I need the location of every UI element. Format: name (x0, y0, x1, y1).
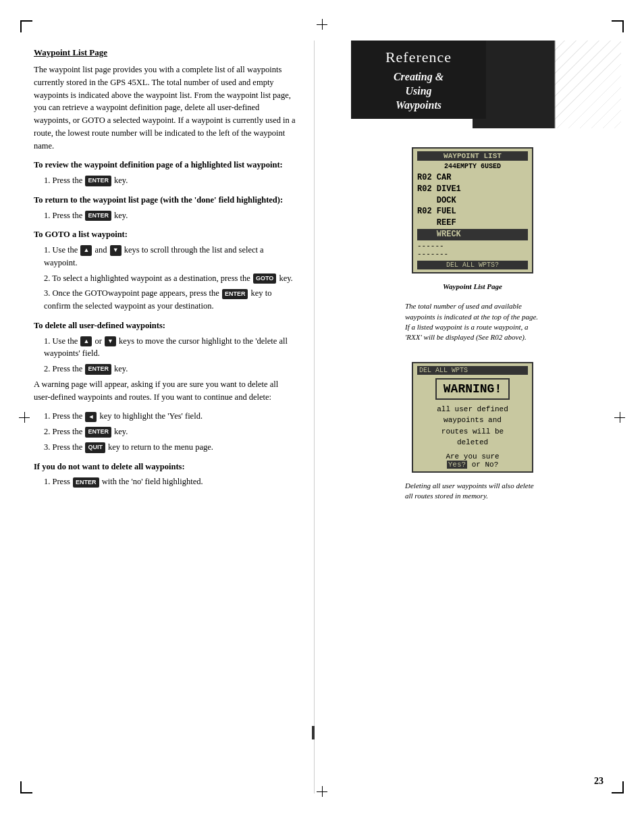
corner-mark-br (612, 781, 624, 793)
gps-separator1: ------ (417, 242, 528, 250)
crosshair-left (19, 412, 30, 423)
corner-mark-bl (20, 781, 32, 793)
instr5-step3: 3. Press the QUIT key to return to the m… (44, 441, 297, 454)
instr6-heading: If you do not want to delete all waypoin… (34, 461, 297, 473)
gps-screen-title: WAYPOINT LIST (417, 151, 528, 161)
enter-key-badge-6: ENTER (73, 477, 99, 488)
left-arrow-badge: ◄ (85, 412, 97, 423)
instr3-heading: To GOTO a list waypoint: (34, 228, 297, 241)
corner-mark-tr (612, 20, 624, 32)
page-number: 23 (594, 776, 603, 787)
warning-screen-container: DEL ALL WPTS WARNING! all user defined w… (324, 357, 621, 509)
enter-key-badge-4: ENTER (85, 364, 111, 375)
instr3-step2: 2. To select a highlighted waypoint as a… (44, 272, 297, 285)
arrow-up-badge-2: ▲ (80, 336, 92, 347)
quit-key-badge: QUIT (85, 442, 105, 453)
gps-line-5: REEF (417, 217, 528, 229)
enter-key-badge-5: ENTER (85, 427, 111, 438)
section-heading: Waypoint List Page (34, 47, 297, 58)
arrow-down-badge-1: ▼ (110, 245, 122, 256)
warning-title-bar: DEL ALL WPTS (417, 366, 528, 375)
instr6-step1: 1. Press ENTER with the 'no' field highl… (44, 475, 297, 488)
reference-title: Reference (361, 49, 476, 66)
instr4-step2: 2. Press the ENTER key. (44, 363, 297, 375)
crosshair-bottom (317, 786, 327, 797)
gps-screen-subtitle: 244EMPTY 6USED (417, 163, 528, 170)
gps-line-2: R02 DIVE1 (417, 184, 528, 195)
instr5-step2: 2. Press the ENTER key. (44, 425, 297, 438)
warning-heading: WARNING! (435, 378, 510, 400)
instr1-step1: 1. Press the ENTER key. (44, 174, 297, 187)
instr3-step3: 3. Once the GOTOwaypoint page appears, p… (44, 287, 297, 313)
enter-key-badge-1: ENTER (85, 176, 111, 186)
center-divider (314, 41, 315, 793)
right-column: Reference Creating & Using Waypoints WAY… (324, 41, 621, 509)
reference-subtitle: Creating & Using Waypoints (361, 70, 476, 112)
enter-key-badge-2: ENTER (85, 211, 111, 221)
instr2-heading: To return to the waypoint list page (wit… (34, 194, 297, 207)
waypoint-screen-caption: Waypoint List Page (443, 282, 502, 292)
goto-key-badge: GOTO (253, 273, 276, 284)
arrow-down-badge-2: ▼ (105, 336, 116, 347)
waypoint-list-screen: WAYPOINT LIST 244EMPTY 6USED R02 CAR R02… (412, 147, 533, 273)
arrow-up-badge-1: ▲ (80, 245, 92, 256)
warning-confirm: Are you sure Yes? or No? (417, 452, 528, 469)
left-column: Waypoint List Page The waypoint list pag… (34, 47, 297, 491)
gps-line-4: R02 FUEL (417, 206, 528, 217)
instr5-step1: 1. Press the ◄ key to highlight the 'Yes… (44, 410, 297, 423)
instr4-step1: 1. Use the ▲ or ▼ keys to move the curso… (44, 335, 297, 361)
gps-line-1: R02 CAR (417, 172, 528, 184)
instr2-step1: 1. Press the ENTER key. (44, 209, 297, 222)
corner-mark-tl (20, 20, 32, 32)
instr4-heading: To delete all user-defined waypoints: (34, 319, 297, 332)
vertical-bar (312, 726, 315, 739)
waypoint-screen-desc: The total number of used and available w… (405, 301, 540, 343)
instr1-heading: To review the waypoint definition page o… (34, 159, 297, 172)
enter-key-badge-3: ENTER (222, 289, 248, 300)
warning-caption: Deleting all user waypoints will also de… (405, 481, 540, 502)
gps-bottom-bar: DEL ALL WPTS? (417, 261, 528, 269)
warning-screen: DEL ALL WPTS WARNING! all user defined w… (412, 362, 533, 473)
intro-paragraph: The waypoint list page provides you with… (34, 63, 297, 152)
gps-line-3: DOCK (417, 195, 528, 207)
gps-line-6: WRECK (417, 229, 528, 240)
gps-separator2: ------- (417, 250, 528, 258)
warning-para: A warning page will appear, asking if yo… (34, 378, 297, 404)
instr3-step1: 1. Use the ▲ and ▼ keys to scroll throug… (44, 244, 297, 269)
waypoint-list-screen-container: WAYPOINT LIST 244EMPTY 6USED R02 CAR R02… (324, 142, 621, 350)
warning-body: all user defined waypoints and routes wi… (417, 404, 528, 448)
crosshair-top (317, 19, 327, 30)
